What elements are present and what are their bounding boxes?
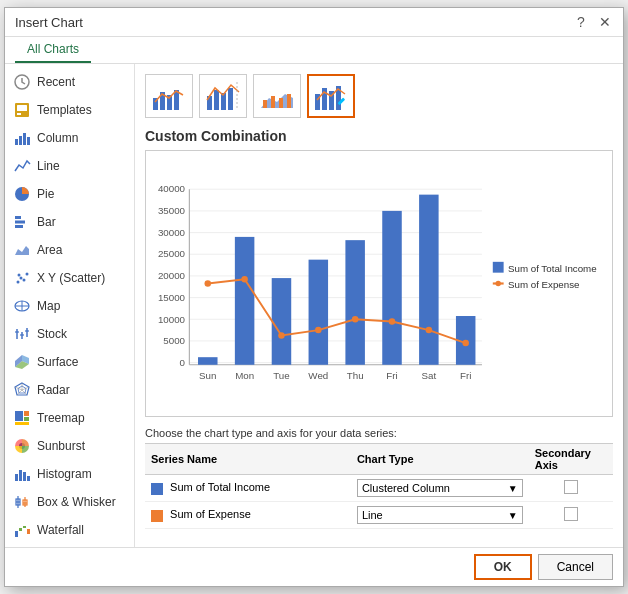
secondary-axis-checkbox-1[interactable] xyxy=(564,480,578,494)
svg-rect-44 xyxy=(23,472,26,481)
sidebar-item-xy-scatter[interactable]: X Y (Scatter) xyxy=(5,264,134,292)
waterfall-icon xyxy=(13,521,31,539)
sidebar-item-treemap[interactable]: Treemap xyxy=(5,404,134,432)
svg-rect-45 xyxy=(27,476,30,481)
svg-rect-101 xyxy=(198,357,218,365)
svg-rect-75 xyxy=(287,94,291,108)
svg-text:Sun: Sun xyxy=(199,370,216,381)
help-button[interactable]: ? xyxy=(573,14,589,30)
svg-rect-125 xyxy=(493,262,504,273)
svg-text:Thu: Thu xyxy=(347,370,364,381)
svg-rect-69 xyxy=(228,88,233,110)
svg-rect-3 xyxy=(17,113,21,115)
svg-text:20000: 20000 xyxy=(158,270,186,281)
series-name-header: Series Name xyxy=(145,444,351,475)
box-whisker-icon xyxy=(13,493,31,511)
series-color-1 xyxy=(151,483,163,495)
svg-point-15 xyxy=(23,279,26,282)
secondary-axis-header: Secondary Axis xyxy=(529,444,613,475)
series-secondary-1 xyxy=(529,475,613,502)
chart-type-dropdown-1[interactable]: Clustered Column ▼ xyxy=(357,479,523,497)
svg-rect-52 xyxy=(15,531,18,537)
series-chart-type-2[interactable]: Line ▼ xyxy=(351,502,529,529)
svg-text:35000: 35000 xyxy=(158,205,186,216)
series-chart-type-1[interactable]: Clustered Column ▼ xyxy=(351,475,529,502)
sidebar-item-column[interactable]: Column xyxy=(5,124,134,152)
area-icon xyxy=(13,241,31,259)
sidebar-item-box-whisker[interactable]: Box & Whisker xyxy=(5,488,134,516)
svg-point-16 xyxy=(26,273,29,276)
chart-type-dropdown-2[interactable]: Line ▼ xyxy=(357,506,523,524)
surface-icon xyxy=(13,353,31,371)
svg-rect-103 xyxy=(272,278,292,365)
sidebar-item-sunburst[interactable]: Sunburst xyxy=(5,432,134,460)
chart-type-icons xyxy=(145,74,613,118)
insert-chart-dialog: Insert Chart ? ✕ All Charts Recent xyxy=(4,7,624,587)
sidebar-item-area[interactable]: Area xyxy=(5,236,134,264)
svg-text:Tue: Tue xyxy=(273,370,289,381)
svg-point-14 xyxy=(20,277,23,280)
svg-text:25000: 25000 xyxy=(158,248,186,259)
tab-all-charts[interactable]: All Charts xyxy=(15,37,91,63)
sidebar-item-surface[interactable]: Surface xyxy=(5,348,134,376)
svg-rect-102 xyxy=(235,237,255,365)
svg-rect-77 xyxy=(322,88,327,110)
svg-rect-67 xyxy=(214,90,219,110)
sidebar-item-radar[interactable]: Radar xyxy=(5,376,134,404)
secondary-axis-checkbox-2[interactable] xyxy=(564,507,578,521)
footer-buttons: OK Cancel xyxy=(5,547,623,586)
tabs-bar: All Charts xyxy=(5,37,623,64)
svg-text:40000: 40000 xyxy=(158,183,186,194)
series-row-2: Sum of Expense Line ▼ xyxy=(145,502,613,529)
chart-type-btn-4[interactable] xyxy=(307,74,355,118)
bar-icon xyxy=(13,213,31,231)
dialog-title: Insert Chart xyxy=(15,15,83,30)
svg-marker-12 xyxy=(15,246,29,255)
svg-text:Sum of Expense: Sum of Expense xyxy=(508,279,580,290)
svg-rect-38 xyxy=(24,411,29,416)
svg-point-111 xyxy=(278,332,285,339)
sidebar-item-pie[interactable]: Pie xyxy=(5,180,134,208)
sidebar-item-bar[interactable]: Bar xyxy=(5,208,134,236)
sidebar-item-waterfall[interactable]: Waterfall xyxy=(5,516,134,544)
sidebar-item-map[interactable]: Map xyxy=(5,292,134,320)
svg-text:5000: 5000 xyxy=(163,335,185,346)
sidebar-item-stock[interactable]: Stock xyxy=(5,320,134,348)
svg-rect-55 xyxy=(27,529,30,534)
svg-rect-40 xyxy=(15,422,29,425)
sidebar-item-recent[interactable]: Recent xyxy=(5,68,134,96)
main-content: Recent Templates Column Li xyxy=(5,64,623,547)
svg-line-35 xyxy=(17,390,22,395)
chart-type-header: Chart Type xyxy=(351,444,529,475)
title-bar-controls: ? ✕ xyxy=(573,14,613,30)
svg-point-114 xyxy=(389,318,396,325)
dropdown-arrow-1: ▼ xyxy=(508,483,518,494)
sidebar: Recent Templates Column Li xyxy=(5,64,135,547)
series-color-2 xyxy=(151,510,163,522)
svg-point-112 xyxy=(315,327,322,334)
radar-icon xyxy=(13,381,31,399)
treemap-icon xyxy=(13,409,31,427)
sidebar-item-templates[interactable]: Templates xyxy=(5,96,134,124)
scatter-icon xyxy=(13,269,31,287)
svg-rect-2 xyxy=(17,105,27,111)
svg-rect-9 xyxy=(15,216,21,219)
close-button[interactable]: ✕ xyxy=(597,14,613,30)
svg-text:30000: 30000 xyxy=(158,227,186,238)
ok-button[interactable]: OK xyxy=(474,554,532,580)
cancel-button[interactable]: Cancel xyxy=(538,554,613,580)
svg-point-13 xyxy=(17,281,20,284)
svg-point-115 xyxy=(426,327,433,334)
svg-rect-72 xyxy=(263,100,267,108)
svg-rect-107 xyxy=(419,195,439,365)
templates-icon xyxy=(13,101,31,119)
sidebar-item-line[interactable]: Line xyxy=(5,152,134,180)
svg-text:0: 0 xyxy=(180,357,186,368)
chart-type-btn-2[interactable] xyxy=(199,74,247,118)
svg-text:15000: 15000 xyxy=(158,292,186,303)
chart-type-btn-1[interactable] xyxy=(145,74,193,118)
chart-type-btn-3[interactable] xyxy=(253,74,301,118)
sidebar-item-histogram[interactable]: Histogram xyxy=(5,460,134,488)
svg-point-110 xyxy=(241,276,248,283)
svg-rect-105 xyxy=(345,240,365,365)
